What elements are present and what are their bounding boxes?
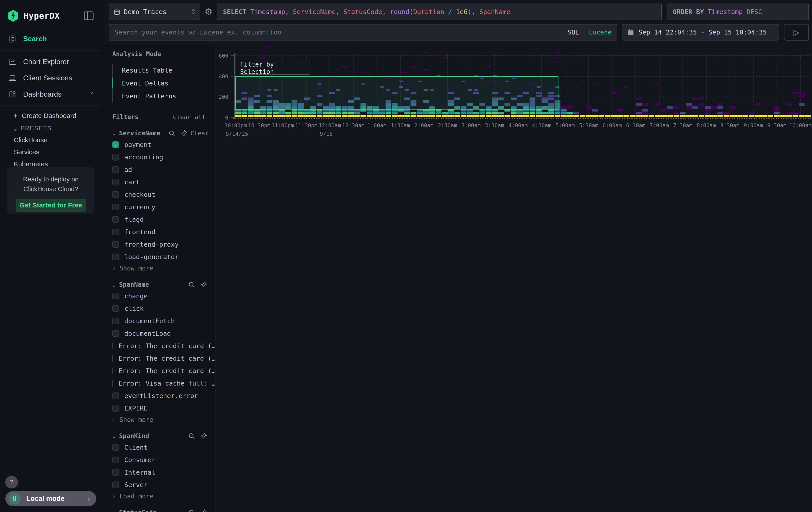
analysis-mode-results-table[interactable]: Results Table [113, 64, 210, 77]
preset-dashboard-clickhouse[interactable]: ClickHouse [0, 134, 102, 146]
checkbox[interactable] [112, 154, 119, 161]
filter-option-click[interactable]: click [112, 304, 210, 313]
chevron-down-icon[interactable]: ⌄ [112, 510, 115, 512]
load-more-link[interactable]: ›Load more [112, 493, 210, 500]
clear-filter[interactable]: Clear [191, 130, 208, 137]
analysis-mode-event-deltas[interactable]: Event Deltas [113, 77, 210, 90]
filter-option-ad[interactable]: ad [112, 165, 210, 174]
chevron-down-icon[interactable]: ⌄ [112, 433, 115, 439]
sidebar-item-chart-explorer[interactable]: Chart Explorer [0, 54, 102, 70]
filter-option-client[interactable]: Client [112, 443, 210, 452]
filter-option-load-generator[interactable]: load-generator [112, 252, 210, 262]
help-button[interactable]: ? [5, 476, 18, 488]
mode-sql[interactable]: SQL [568, 29, 579, 36]
checkbox[interactable] [112, 253, 119, 260]
checkbox[interactable] [112, 457, 119, 463]
checkbox[interactable] [112, 330, 119, 337]
order-by-input[interactable]: ORDER BY Timestamp DESC [667, 4, 809, 20]
filter-by-selection-tooltip[interactable]: Filter by Selection [240, 62, 310, 75]
checkbox[interactable] [112, 343, 113, 349]
presets-toggle[interactable]: ⌄PRESETS [0, 122, 102, 134]
mode-lucene[interactable]: Lucene [589, 29, 611, 36]
filter-option-currency[interactable]: currency [112, 203, 210, 212]
checkbox[interactable] [112, 228, 119, 235]
traces-duration-heatmap[interactable] [215, 45, 812, 149]
create-dashboard-button[interactable]: +Create Dashboard [0, 109, 102, 122]
get-started-button[interactable]: Get Started for Free [16, 199, 86, 212]
filter-group-name[interactable]: StatusCode [119, 509, 156, 512]
checkbox[interactable] [112, 368, 113, 374]
search-input[interactable] [115, 28, 568, 36]
run-query-button[interactable]: ▷ [784, 24, 809, 41]
filter-option-flagd[interactable]: flagd [112, 215, 210, 224]
filter-option-error-visa-cache-full[interactable]: Error: Visa cache full: … [112, 379, 210, 388]
filter-option-consumer[interactable]: Consumer [112, 455, 210, 465]
checkbox[interactable] [112, 293, 119, 299]
checkbox[interactable] [112, 405, 119, 412]
filter-group-header: ⌄SpanName [112, 281, 210, 288]
checkbox[interactable] [112, 204, 119, 210]
checkbox[interactable] [112, 482, 119, 488]
filter-option-internal[interactable]: Internal [112, 468, 210, 477]
checkbox-checked[interactable]: ✓ [112, 141, 119, 148]
pin-icon[interactable] [180, 130, 187, 137]
checkbox[interactable] [112, 216, 119, 223]
query-token: , [472, 8, 480, 16]
checkbox[interactable] [112, 380, 113, 387]
filter-option-error-the-credit-card[interactable]: Error: The credit card (… [112, 366, 210, 376]
checkbox[interactable] [112, 469, 119, 476]
query-token: ) [468, 8, 471, 16]
filter-option-cart[interactable]: cart [112, 178, 210, 187]
chevron-down-icon[interactable]: ⌄ [112, 281, 115, 288]
user-menu[interactable]: U Local mode › [5, 491, 96, 506]
filter-option-payment[interactable]: ✓payment [112, 140, 210, 150]
data-source-select[interactable]: Demo Traces [109, 4, 200, 20]
filter-option-checkout[interactable]: checkout [112, 190, 210, 199]
clear-all-filters[interactable]: Clear all [173, 113, 205, 120]
time-range-picker[interactable]: Sep 14 22:04:35 - Sep 15 10:04:35 [622, 24, 779, 41]
filter-option-expire[interactable]: EXPIRE [112, 404, 210, 413]
sidebar-collapse-icon[interactable] [84, 11, 94, 20]
checkbox[interactable] [112, 318, 119, 324]
checkbox[interactable] [112, 241, 119, 248]
filter-option-server[interactable]: Server [112, 480, 210, 489]
checkbox[interactable] [112, 179, 119, 185]
chevron-down-icon[interactable]: ⌄ [112, 130, 115, 136]
filter-option-documentfetch[interactable]: documentFetch [112, 316, 210, 326]
search-icon[interactable] [188, 433, 195, 440]
checkbox[interactable] [112, 393, 119, 399]
filter-option-documentload[interactable]: documentLoad [112, 329, 210, 338]
search-icon[interactable] [188, 281, 195, 288]
filter-group-name[interactable]: SpanKind [119, 432, 149, 440]
pin-icon[interactable] [200, 281, 207, 288]
filter-group-name[interactable]: ServiceName [119, 130, 160, 137]
search-icon[interactable] [188, 509, 195, 512]
preset-dashboard-services[interactable]: Services [0, 146, 102, 158]
pin-icon[interactable] [200, 509, 207, 512]
checkbox[interactable] [112, 444, 119, 451]
show-more-link[interactable]: ›Show more [112, 265, 210, 272]
search-icon[interactable] [168, 130, 175, 137]
checkbox[interactable] [112, 305, 119, 312]
filter-option-eventlistener-error[interactable]: eventListener.error [112, 391, 210, 401]
source-settings-gear-icon[interactable]: ⚙ [200, 7, 217, 17]
pin-icon[interactable] [200, 433, 207, 440]
checkbox[interactable] [112, 166, 119, 173]
filter-option-error-the-credit-card[interactable]: Error: The credit card (… [112, 341, 210, 351]
sidebar-item-client-sessions[interactable]: Client Sessions [0, 70, 102, 86]
filter-group-name[interactable]: SpanName [119, 281, 149, 288]
checkbox[interactable] [112, 355, 113, 362]
filter-option-accounting[interactable]: accounting [112, 153, 210, 162]
sidebar-item-search[interactable]: Search [0, 31, 102, 47]
filter-option-frontend-proxy[interactable]: frontend-proxy [112, 240, 210, 249]
select-clause-input[interactable]: SELECT Timestamp, ServiceName, StatusCod… [217, 4, 662, 20]
filter-option-change[interactable]: change [112, 291, 210, 301]
more-label: Show more [119, 416, 153, 423]
sidebar-item-dashboards[interactable]: Dashboards⌃ [0, 86, 102, 102]
filter-option-frontend[interactable]: frontend [112, 227, 210, 237]
analysis-mode-event-patterns[interactable]: Event Patterns [113, 90, 210, 103]
filter-group-spankind: ⌄SpanKindClientConsumerInternalServer›Lo… [112, 432, 210, 500]
checkbox[interactable] [112, 191, 119, 198]
filter-option-error-the-credit-card[interactable]: Error: The credit card (… [112, 354, 210, 363]
show-more-link[interactable]: ›Show more [112, 416, 210, 423]
